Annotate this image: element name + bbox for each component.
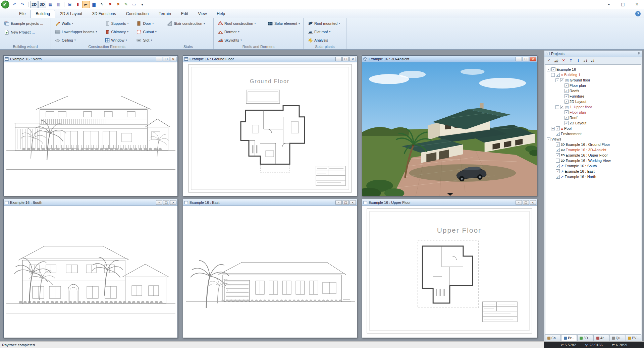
delete-button[interactable]: ✕ <box>560 58 567 64</box>
checkbox[interactable]: ✓ <box>565 83 569 88</box>
section-tool-button[interactable]: ▮ <box>74 1 82 8</box>
view-2d-button[interactable]: 2D <box>30 1 38 8</box>
checkbox[interactable]: ✓ <box>556 169 560 173</box>
tree-item[interactable]: ✓Floor plan <box>546 83 641 88</box>
ribbon-item-slot[interactable]: Slot▾ <box>135 36 161 44</box>
expander-icon[interactable]: - <box>547 68 550 71</box>
tree-item[interactable]: 2DExample 16 : Working View <box>546 158 641 163</box>
tab-building[interactable]: Building <box>31 10 55 18</box>
tree-item[interactable]: ✓2D Layout <box>546 120 641 126</box>
marker-tool-button[interactable]: ⚑ <box>114 1 122 8</box>
ribbon-item-roof-mounted[interactable]: Roof mounted▾ <box>306 19 341 27</box>
tab-terrain[interactable]: Terrain <box>154 10 176 18</box>
checkbox[interactable]: ✓ <box>565 94 569 98</box>
ribbon-item-dormer[interactable]: Dormer▾ <box>216 28 265 36</box>
minimize-button[interactable]: – <box>335 57 342 61</box>
expander-icon[interactable]: - <box>555 78 559 82</box>
panel-tab-catalog[interactable]: Ca... <box>545 335 561 341</box>
close-button[interactable]: × <box>170 57 176 61</box>
tree-item[interactable]: ✓3DExample 16 : 3D-Ansicht <box>546 147 641 153</box>
window-titlebar[interactable]: Example 16 : East –□× <box>183 199 357 206</box>
redo-button[interactable]: ↷ <box>19 1 26 8</box>
checkbox[interactable]: ✓ <box>560 78 564 82</box>
panel-tab-pv[interactable]: PV... <box>626 335 641 341</box>
restore-button[interactable]: □ <box>523 200 529 205</box>
close-button[interactable]: × <box>630 0 644 9</box>
tree-item[interactable]: ✓2DExample 16 : Upper Floor <box>546 153 641 158</box>
panel-tab-3d[interactable]: 3D... <box>577 335 593 341</box>
ribbon-item-door[interactable]: Door▾ <box>135 19 161 27</box>
ribbon-item-new-project[interactable]: New Project ... <box>3 28 45 36</box>
minimize-button[interactable]: – <box>335 200 342 205</box>
panel-tab-quantities[interactable]: Qu... <box>609 335 625 341</box>
tree-item[interactable]: ✓Environment <box>546 131 641 136</box>
restore-button[interactable]: □ <box>163 200 169 205</box>
tab-view[interactable]: View <box>193 10 212 18</box>
checkbox[interactable]: ✓ <box>556 148 560 152</box>
checkbox[interactable]: ✓ <box>551 67 555 71</box>
child-window-south[interactable]: Example 16 : South –□× <box>3 199 178 338</box>
tree-item[interactable]: ✓↗Example 16 : South <box>546 163 641 169</box>
sort-descending-button[interactable]: z↓ <box>590 58 596 64</box>
ribbon-item-stair-construction[interactable]: Stair construction▾ <box>166 19 206 27</box>
minimize-button[interactable]: – <box>156 200 162 205</box>
checkbox[interactable]: ✓ <box>556 142 560 147</box>
minimize-button[interactable]: – <box>602 0 616 9</box>
tree-item[interactable]: ✓2DExample 16 : Ground Floor <box>546 142 641 147</box>
upper-floor-plan-canvas[interactable]: Upper Floor <box>362 206 537 338</box>
tree-item[interactable]: ✓Floor plan <box>546 110 641 115</box>
restore-button[interactable]: □ <box>163 57 169 61</box>
ribbon-item-analysis[interactable]: Analysis <box>306 36 341 44</box>
north-elevation-canvas[interactable] <box>4 62 177 196</box>
restore-button[interactable]: □ <box>342 200 349 205</box>
pencil-tool-button[interactable]: ✎ <box>122 1 130 8</box>
checkbox[interactable]: ✓ <box>565 110 569 114</box>
checkbox[interactable]: ✓ <box>556 132 560 136</box>
tree-item[interactable]: ✓Roof <box>546 115 641 120</box>
close-button[interactable]: × <box>350 200 356 205</box>
ribbon-item-cutout[interactable]: Cutout▾ <box>135 28 161 36</box>
ribbon-item-skylights[interactable]: Skylights▾ <box>216 36 265 44</box>
child-window-upper-floor[interactable]: Example 16 : Upper Floor –□× Upper Floor <box>362 199 537 338</box>
tab-construction[interactable]: Construction <box>121 10 154 18</box>
eraser-tool-button[interactable]: ▭ <box>130 1 138 8</box>
window-titlebar[interactable]: Example 16 : North –□× <box>4 56 177 62</box>
checkbox[interactable]: ✓ <box>565 89 569 93</box>
ribbon-item-roof-construction[interactable]: Roof construction▾ <box>216 19 265 27</box>
window-titlebar[interactable]: Example 16 : Upper Floor –□× <box>362 199 537 206</box>
flag-tool-button[interactable]: ⚑ <box>106 1 114 8</box>
child-window-ground-floor[interactable]: Example 16 : Ground Floor –□× Ground Flo… <box>183 55 357 196</box>
close-button[interactable]: × <box>530 200 536 205</box>
ground-floor-plan-canvas[interactable]: Ground Floor <box>183 62 357 196</box>
minimize-button[interactable]: – <box>516 200 522 205</box>
tree-item[interactable]: -Views <box>546 136 641 142</box>
move-down-button[interactable]: ↓ <box>575 58 582 64</box>
expander-icon[interactable]: - <box>555 105 559 109</box>
ribbon-item-solar-element[interactable]: Solar element▾ <box>266 19 301 27</box>
checkbox[interactable]: ✓ <box>556 164 560 168</box>
ribbon-item-chimney[interactable]: Chimney▾ <box>103 28 134 36</box>
tree-item[interactable]: -✓Example 16 <box>546 67 641 72</box>
select-tool-button[interactable]: ► <box>82 1 90 8</box>
tree-item[interactable]: ✓↗Example 16 : North <box>546 174 641 179</box>
checkbox[interactable] <box>556 159 560 163</box>
panel-tab-area[interactable]: Ar... <box>593 335 609 341</box>
checkbox[interactable]: ✓ <box>565 116 569 120</box>
south-elevation-canvas[interactable] <box>4 206 177 338</box>
tree-item[interactable]: +✓⌂Pool <box>546 126 641 131</box>
panel-tab-projects[interactable]: Pr... <box>561 335 577 341</box>
tile-windows-button[interactable]: ▦ <box>47 1 54 8</box>
child-window-3d-view[interactable]: Example 16 : 3D-Ansicht –□× <box>362 55 537 196</box>
tree-item[interactable]: ✓Roofs <box>546 88 641 94</box>
tree-item[interactable]: ✓↗Example 16 : East <box>546 169 641 174</box>
help-icon[interactable]: ? <box>635 11 641 16</box>
tree-item[interactable]: ✓2D Layout <box>546 99 641 104</box>
ribbon-item-walls[interactable]: Walls▾ <box>54 19 102 27</box>
minimize-button[interactable]: – <box>516 57 522 61</box>
view-3d-button[interactable]: 3D <box>38 1 46 8</box>
ribbon-item-example-projects[interactable]: Example projects ... <box>3 19 45 27</box>
tree-item[interactable]: -✓⌂Building 1 <box>546 72 641 77</box>
checkbox[interactable]: ✓ <box>565 121 569 125</box>
checkbox[interactable]: ✓ <box>565 100 569 104</box>
ribbon-item-lower-upper-beams[interactable]: Lower/upper beams▾ <box>54 28 102 36</box>
